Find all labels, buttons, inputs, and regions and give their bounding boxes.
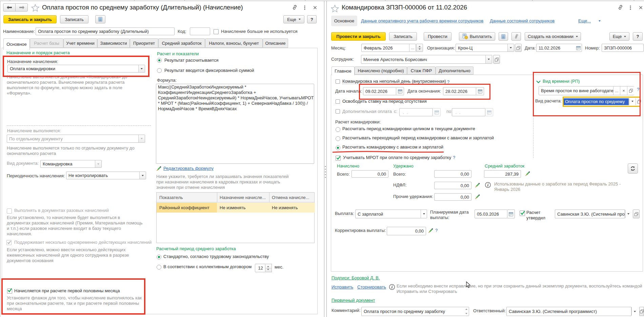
svg-text:i: i <box>391 285 393 290</box>
